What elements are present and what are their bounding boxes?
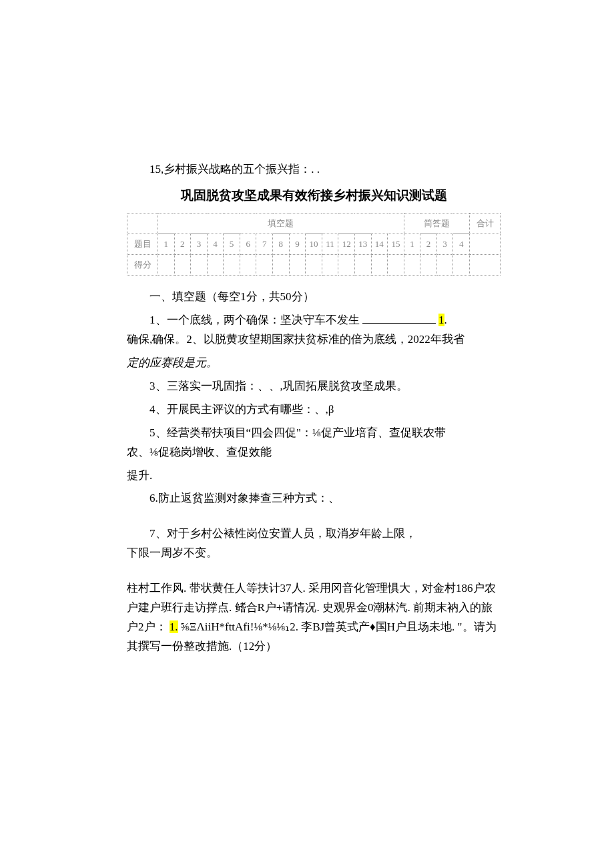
topic-num: 1 <box>158 234 175 255</box>
highlight-1: 1 <box>438 314 444 326</box>
row-topic-label: 题目 <box>127 234 158 255</box>
question-7-line1: 7、对于乡村公裱性岗位安置人员，取消岁年龄上限， <box>127 524 501 544</box>
question-4: 4、开展民主评议的方式有哪些：、,β <box>127 400 501 420</box>
question-1-line1: 1、一个底线，两个确保：坚决守车不发生 1. <box>127 311 501 330</box>
topic-num: 3 <box>191 234 208 255</box>
score-cell[interactable] <box>306 255 322 276</box>
topic-num: 1 <box>404 234 420 255</box>
score-cell[interactable] <box>404 255 420 276</box>
score-cell[interactable] <box>191 255 208 276</box>
topic-num: 8 <box>273 234 290 255</box>
question-5-line2: 农、⅛促稳岗增收、查促效能 <box>127 443 501 462</box>
score-cell[interactable] <box>224 255 240 276</box>
question-15: 15,乡村振兴战略的五个振兴指：. . <box>127 160 501 179</box>
score-cell[interactable] <box>256 255 273 276</box>
question-3: 3、三落实一巩固指：、、,巩固拓展脱贫攻坚成果。 <box>127 377 501 396</box>
score-cell[interactable] <box>289 255 306 276</box>
topic-num: 5 <box>224 234 240 255</box>
score-cell[interactable] <box>158 255 175 276</box>
q1-text-c: . <box>444 314 447 326</box>
topic-num: 4 <box>453 234 470 255</box>
score-table: 填空题 简答题 合计 题目 1234567891011121314151234 … <box>127 213 501 276</box>
topic-num: 6 <box>240 234 256 255</box>
topic-num: 10 <box>306 234 322 255</box>
header-short: 简答题 <box>404 213 469 234</box>
score-cell[interactable] <box>273 255 290 276</box>
question-2-tail: 定的应赛段是元。 <box>127 354 501 373</box>
topic-num: 2 <box>174 234 191 255</box>
question-5-line1: 5、经营类帮扶项目“四会四促"：⅛促产业培育、查促联农带 <box>127 424 501 443</box>
topic-num: 13 <box>354 234 371 255</box>
topic-num: 4 <box>207 234 224 255</box>
score-cell[interactable] <box>453 255 470 276</box>
para-text-b: ⅝ΞΛiiH*fttAfi!⅛*⅛⅛₁2. 李BJ曾英式产♦国H户且场未地. "… <box>127 620 497 653</box>
page-title: 巩固脱贫攻坚成果有效衔接乡村振兴知识测试题 <box>127 185 501 206</box>
score-cell[interactable] <box>174 255 191 276</box>
row-score-label: 得分 <box>127 255 158 276</box>
question-7-line2: 下限一周岁不变。 <box>127 544 501 563</box>
score-cell[interactable] <box>322 255 338 276</box>
topic-num: 3 <box>436 234 453 255</box>
question-5-line3: 提升. <box>127 466 501 486</box>
q1-text-a: 1、一个底线，两个确保：坚决守车不发生 <box>149 314 362 326</box>
topic-total <box>470 234 501 255</box>
score-cell[interactable] <box>240 255 256 276</box>
topic-num: 9 <box>289 234 306 255</box>
score-total[interactable] <box>470 255 501 276</box>
topic-num: 2 <box>420 234 437 255</box>
question-6: 6.防止返贫监测对象捧查三种方式：、 <box>127 489 501 508</box>
highlight-2: 1. <box>170 620 178 633</box>
score-cell[interactable] <box>388 255 404 276</box>
topic-num: 15 <box>388 234 404 255</box>
score-cell[interactable] <box>354 255 371 276</box>
score-cell[interactable] <box>338 255 355 276</box>
header-fill: 填空题 <box>158 213 404 234</box>
section-1-title: 一、填空题（每空1分，共50分） <box>127 288 501 307</box>
blank-input[interactable] <box>362 312 436 324</box>
topic-num: 11 <box>322 234 338 255</box>
topic-num: 7 <box>256 234 273 255</box>
topic-num: 12 <box>338 234 355 255</box>
score-cell[interactable] <box>436 255 453 276</box>
score-cell[interactable] <box>420 255 437 276</box>
score-cell[interactable] <box>371 255 388 276</box>
question-1-line2: 确保,确保。2、以脱黄攻望期国家扶贫标准的倍为底线，2022年我省 <box>127 330 501 350</box>
paragraph-block: 柱村工作风. 带状黄任人等扶计37人. 采用冈音化管理惧大，对金村186户农户建… <box>127 579 501 657</box>
header-total: 合计 <box>470 213 501 234</box>
score-cell[interactable] <box>207 255 224 276</box>
topic-num: 14 <box>371 234 388 255</box>
